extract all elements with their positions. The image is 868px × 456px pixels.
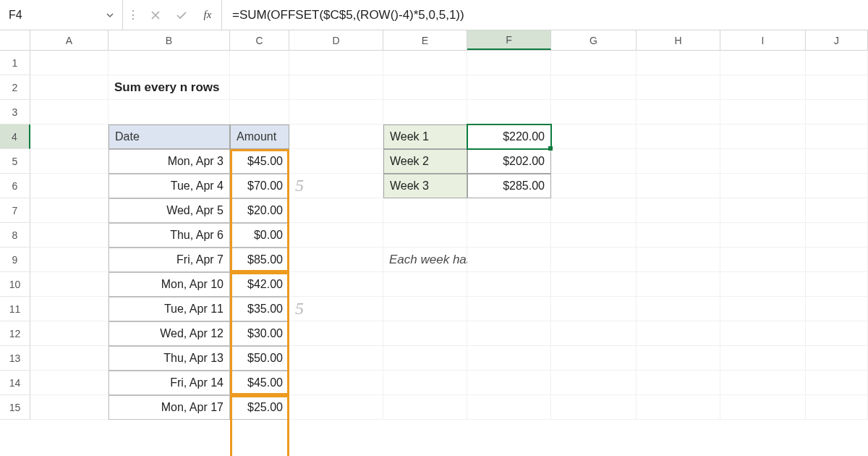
col-header-A[interactable]: A: [30, 30, 109, 50]
cell-A12[interactable]: [30, 321, 109, 346]
cell-D10[interactable]: [289, 272, 383, 297]
cell-J6[interactable]: [806, 174, 868, 198]
cell-C6[interactable]: $70.00: [230, 174, 289, 198]
cell-E13[interactable]: [383, 346, 467, 371]
cell-D14[interactable]: [289, 371, 383, 395]
cell-A14[interactable]: [30, 371, 109, 395]
cell-J10[interactable]: [806, 272, 868, 297]
cell-I15[interactable]: [720, 395, 806, 420]
spreadsheet-grid[interactable]: A B C D E F G H I J 1 2 Sum every n: [0, 30, 868, 420]
cell-E5[interactable]: Week 2: [383, 149, 467, 174]
cell-G15[interactable]: [551, 395, 637, 420]
cell-C9[interactable]: $85.00: [230, 248, 289, 272]
cell-A4[interactable]: [30, 124, 109, 149]
fill-handle[interactable]: [548, 146, 553, 151]
cell-A6[interactable]: [30, 174, 109, 198]
formula-input[interactable]: =SUM(OFFSET($C$5,(ROW()-4)*5,0,5,1)): [222, 0, 868, 30]
row-header-1[interactable]: 1: [0, 51, 30, 75]
cell-J8[interactable]: [806, 223, 868, 248]
cell-F3[interactable]: [467, 100, 551, 124]
row-header-12[interactable]: 12: [0, 321, 30, 346]
formula-cancel-button[interactable]: [146, 6, 165, 25]
cell-C1[interactable]: [230, 51, 289, 75]
cell-H6[interactable]: [637, 174, 720, 198]
cell-C8[interactable]: $0.00: [230, 223, 289, 248]
cell-I2[interactable]: [720, 75, 806, 100]
cell-I14[interactable]: [720, 371, 806, 395]
cell-A10[interactable]: [30, 272, 109, 297]
cell-E3[interactable]: [383, 100, 467, 124]
cell-H13[interactable]: [637, 346, 720, 371]
cell-B4-date-header[interactable]: Date: [109, 124, 230, 149]
cell-C4-amount-header[interactable]: Amount: [230, 124, 289, 149]
cell-C12[interactable]: $30.00: [230, 321, 289, 346]
cell-H1[interactable]: [637, 51, 720, 75]
row-header-7[interactable]: 7: [0, 198, 30, 223]
cell-B9[interactable]: Fri, Apr 7: [109, 248, 230, 272]
cell-A2[interactable]: [30, 75, 109, 100]
insert-function-button[interactable]: fx: [198, 6, 217, 25]
cell-J3[interactable]: [806, 100, 868, 124]
cell-J1[interactable]: [806, 51, 868, 75]
cell-F13[interactable]: [467, 346, 551, 371]
cell-F15[interactable]: [467, 395, 551, 420]
cell-D5[interactable]: [289, 149, 383, 174]
cell-H11[interactable]: [637, 297, 720, 321]
cell-G8[interactable]: [551, 223, 637, 248]
col-header-J[interactable]: J: [806, 30, 868, 50]
cell-J2[interactable]: [806, 75, 868, 100]
cell-C15[interactable]: $25.00: [230, 395, 289, 420]
col-header-I[interactable]: I: [720, 30, 806, 50]
cell-J12[interactable]: [806, 321, 868, 346]
row-header-3[interactable]: 3: [0, 100, 30, 124]
cell-D9[interactable]: [289, 248, 383, 272]
cell-G10[interactable]: [551, 272, 637, 297]
cell-D6[interactable]: 5: [289, 174, 383, 198]
cell-A8[interactable]: [30, 223, 109, 248]
cell-E14[interactable]: [383, 371, 467, 395]
col-header-E[interactable]: E: [383, 30, 467, 50]
cell-E8[interactable]: [383, 223, 467, 248]
row-header-6[interactable]: 6: [0, 174, 30, 198]
cell-G14[interactable]: [551, 371, 637, 395]
cell-C14[interactable]: $45.00: [230, 371, 289, 395]
cell-H5[interactable]: [637, 149, 720, 174]
name-box-text[interactable]: F4: [0, 9, 98, 22]
cell-A5[interactable]: [30, 149, 109, 174]
cell-F6[interactable]: $285.00: [467, 174, 551, 198]
cell-B7[interactable]: Wed, Apr 5: [109, 198, 230, 223]
cell-G6[interactable]: [551, 174, 637, 198]
cell-F14[interactable]: [467, 371, 551, 395]
cell-E12[interactable]: [383, 321, 467, 346]
cell-A1[interactable]: [30, 51, 109, 75]
cell-I3[interactable]: [720, 100, 806, 124]
cell-J7[interactable]: [806, 198, 868, 223]
cell-A7[interactable]: [30, 198, 109, 223]
cell-B3[interactable]: [109, 100, 230, 124]
cell-E6[interactable]: Week 3: [383, 174, 467, 198]
cell-D7[interactable]: [289, 198, 383, 223]
cell-H8[interactable]: [637, 223, 720, 248]
cell-C10[interactable]: $42.00: [230, 272, 289, 297]
row-header-2[interactable]: 2: [0, 75, 30, 100]
cell-D13[interactable]: [289, 346, 383, 371]
cell-E7[interactable]: [383, 198, 467, 223]
cell-A15[interactable]: [30, 395, 109, 420]
cell-J4[interactable]: [806, 124, 868, 149]
cell-G9[interactable]: [551, 248, 637, 272]
cell-B10[interactable]: Mon, Apr 10: [109, 272, 230, 297]
cell-J15[interactable]: [806, 395, 868, 420]
cell-F7[interactable]: [467, 198, 551, 223]
cell-E15[interactable]: [383, 395, 467, 420]
cell-F2[interactable]: [467, 75, 551, 100]
cell-J5[interactable]: [806, 149, 868, 174]
col-header-D[interactable]: D: [289, 30, 383, 50]
cell-F5[interactable]: $202.00: [467, 149, 551, 174]
cell-B14[interactable]: Fri, Apr 14: [109, 371, 230, 395]
name-box[interactable]: F4: [0, 0, 123, 30]
cell-B13[interactable]: Thu, Apr 13: [109, 346, 230, 371]
cell-C5[interactable]: $45.00: [230, 149, 289, 174]
cell-C13[interactable]: $50.00: [230, 346, 289, 371]
cell-I7[interactable]: [720, 198, 806, 223]
cell-H9[interactable]: [637, 248, 720, 272]
